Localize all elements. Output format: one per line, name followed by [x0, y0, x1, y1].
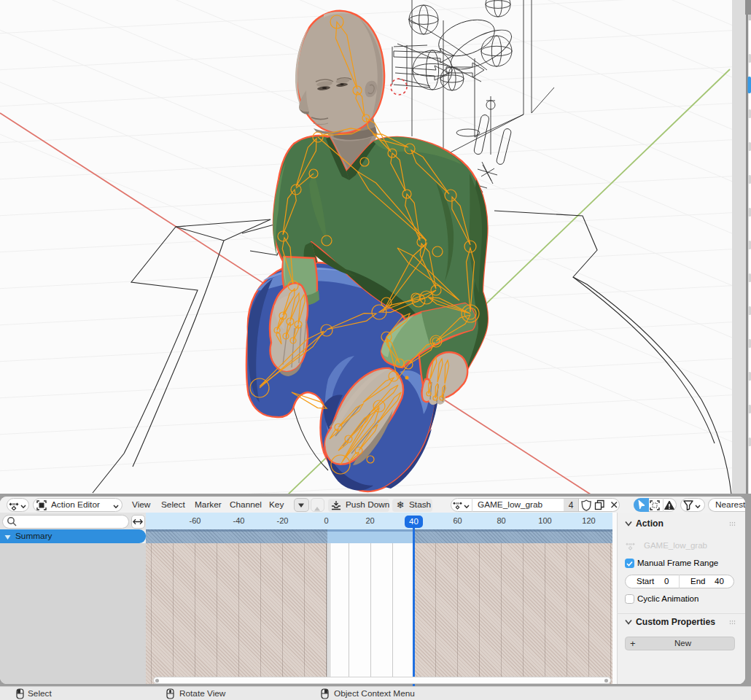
svg-text:❄: ❄	[397, 499, 405, 510]
